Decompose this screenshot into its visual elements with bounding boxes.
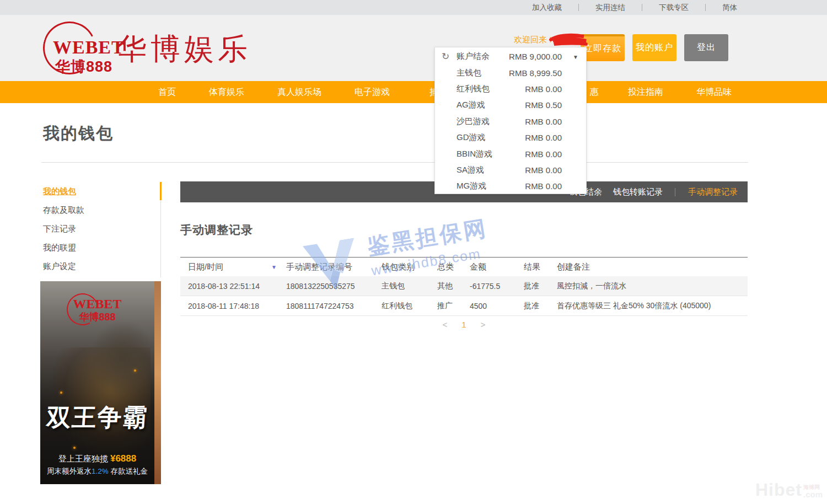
balance-row-gd: GD游戏 RMB 0.00 [435,130,586,146]
banner-gift-text: 存款送礼金 [111,467,148,475]
my-account-button[interactable]: 我的账户 [632,34,676,61]
cell-amount: -61775.5 [470,282,524,291]
balance-row-main-wallet: 主钱包 RMB 8,999.50 [435,65,586,81]
cell-result: 批准 [524,281,557,291]
table-row: 2018-08-11 17:48:18 1808111747224753 红利钱… [180,296,748,316]
topbar-separator [642,4,642,11]
topbar-link-downloads[interactable]: 下载专区 [659,3,689,13]
balance-value: RMB 0.00 [525,84,562,94]
balance-value: RMB 9,000.00 [509,52,562,61]
topbar-separator [578,4,579,11]
tab-separator [675,188,675,196]
nav-item-betting-guide[interactable]: 投注指南 [628,81,663,103]
hibet-watermark: Hibet 海博网 .com [755,481,823,498]
balance-label: 主钱包 [457,68,481,78]
balance-label: AG游戏 [457,100,485,110]
pagination-prev-button[interactable]: < [443,320,448,329]
pagination-next-button[interactable]: > [481,320,486,329]
sidebar-item-my-affiliate[interactable]: 我的联盟 [43,238,153,257]
logout-button[interactable]: 登出 [684,34,728,61]
balance-value: RMB 0.00 [525,181,562,191]
manual-adjustment-table: 日期/时间 ▼ 手动调整记录编号 钱包类别 总类 金额 结果 创建备注 2018… [180,257,748,316]
banner-rebate-rate: 1.2% [92,467,109,475]
balance-value: RMB 8,999.50 [509,68,562,78]
balance-label: GD游戏 [457,132,486,143]
nav-item-huabo-taste[interactable]: 华博品味 [696,81,732,103]
nav-item-slots[interactable]: 电子游戏 [355,81,390,103]
logo-huabo888-text[interactable]: 华博888 [55,57,112,77]
hibet-suffix: .com [803,490,823,498]
balance-row-total: ↻ 账户结余 RMB 9,000.00 ▼ [435,49,586,65]
nav-item-live-casino[interactable]: 真人娱乐场 [277,81,321,103]
cell-amount: 4500 [470,302,524,310]
collapse-balance-icon[interactable]: ▼ [573,53,578,60]
sidebar-item-bet-records[interactable]: 下注记录 [43,219,153,238]
balance-value: RMB 0.00 [525,165,562,175]
balance-label: 账户结余 [457,51,490,62]
balance-row-sa: SA游戏 RMB 0.00 [435,162,586,178]
cell-wallet-type: 红利钱包 [382,301,437,311]
col-header-datetime: 日期/时间 ▼ [180,262,286,272]
table-row: 2018-08-13 22:51:14 1808132250535275 主钱包… [180,276,748,296]
banner-spark [134,369,136,372]
cell-record-id: 1808132250535275 [286,282,382,291]
balance-label: MG游戏 [457,181,486,191]
brand-name: 华博娱乐 [117,29,251,69]
cell-remark: 首存优惠等级三 礼金50% 30倍流水 (405000) [557,301,748,311]
banner-spark [73,447,76,449]
balance-label: 沙巴游戏 [457,116,490,127]
topbar-separator [705,4,706,11]
sidebar-item-account-settings[interactable]: 账户设定 [43,257,153,276]
nav-item-sports[interactable]: 体育娱乐 [209,81,244,103]
topbar-link-useful-links[interactable]: 实用连结 [595,3,625,13]
topbar-link-favorite[interactable]: 加入收藏 [532,3,562,13]
sidebar-active-indicator [160,182,162,200]
tab-manual-adjustment-records[interactable]: 手动调整记录 [688,181,738,202]
cell-category: 其他 [437,281,470,291]
promo-banner[interactable]: WEBET 华博888 双王争霸 登上王座独揽 ¥6888 周末额外返水1.2%… [40,281,161,484]
banner-next-slide-sliver [154,281,161,484]
welcome-prefix: 欢迎回来 ! [514,35,551,44]
nav-item-home[interactable]: 首页 [158,81,176,103]
balance-value: RMB 0.50 [525,100,562,110]
banner-rebate-text: 周末额外返水 [47,467,92,475]
sort-desc-icon[interactable]: ▼ [271,264,277,270]
balance-row-mg: MG游戏 RMB 0.00 [435,178,586,194]
banner-offer-amount: ¥6888 [110,453,136,464]
balance-value: RMB 0.00 [525,149,562,159]
banner-knight-shadow [90,320,156,397]
page-title: 我的钱包 [43,122,114,145]
hibet-cn-text: 海博网 [803,485,820,490]
cell-datetime: 2018-08-11 17:48:18 [180,302,286,310]
balance-dropdown: ↻ 账户结余 RMB 9,000.00 ▼ 主钱包 RMB 8,999.50 红… [434,47,587,194]
banner-offer-line1: 登上王座独揽 ¥6888 [40,453,154,464]
balance-row-ag: AG游戏 RMB 0.50 [435,97,586,113]
col-header-amount: 金额 [470,262,524,272]
col-header-datetime-label: 日期/时间 [188,262,223,271]
col-header-category: 总类 [437,262,470,272]
pagination-page-1[interactable]: 1 [461,320,466,329]
tab-wallet-transfer-records[interactable]: 钱包转账记录 [613,181,663,202]
site-header: WEBET 华博888 华博娱乐 欢迎回来 ! k 立即存款 我的账户 登出 [0,15,827,81]
logo-webet-text[interactable]: WEBET [53,37,125,58]
balance-row-bonus-wallet: 红利钱包 RMB 0.00 [435,81,586,97]
topbar-link-simplified-chinese[interactable]: 简体 [722,3,737,13]
refresh-balance-icon[interactable]: ↻ [442,50,449,62]
sidebar-item-deposit-withdraw[interactable]: 存款及取款 [43,201,153,219]
cell-record-id: 1808111747224753 [286,302,382,310]
banner-spark [60,392,62,394]
top-utility-bar: 加入收藏 实用连结 下载专区 简体 [0,0,827,15]
nav-item-promo-partial[interactable]: 惠 [590,81,599,103]
banner-logo: WEBET 华博888 [40,297,154,324]
balance-row-saba: 沙巴游戏 RMB 0.00 [435,114,586,130]
sidebar-divider [160,200,161,277]
title-divider [41,162,748,163]
cell-datetime: 2018-08-13 22:51:14 [180,282,286,291]
sidebar-item-my-wallet[interactable]: 我的钱包 [43,182,153,201]
section-title: 手动调整记录 [180,222,253,238]
cell-category: 推广 [437,301,470,311]
col-header-wallet-type: 钱包类别 [382,262,437,272]
balance-value: RMB 0.00 [525,133,562,142]
balance-label: SA游戏 [457,165,484,175]
pagination: < 1 > [180,320,748,329]
